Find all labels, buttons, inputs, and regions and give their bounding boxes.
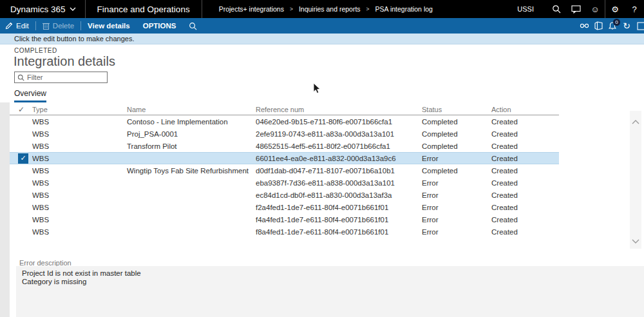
record-status-caption: COMPLETED — [14, 47, 57, 54]
cell-ref: ec84d1cd-db0f-e811-a830-000d3a13af3a — [256, 191, 422, 199]
top-navigation-bar: Dynamics 365 Finance and Operations Proj… — [0, 0, 644, 18]
cell-action: Created — [491, 118, 559, 126]
select-all-header[interactable]: ✓ — [10, 105, 32, 114]
settings-gear-icon[interactable]: ⚙ — [605, 0, 625, 18]
grid-body: WBSContoso - Line Implementation046e20ed… — [10, 115, 559, 238]
message-bar: Click the edit button to make changes. — [0, 34, 644, 44]
cell-ref: f8a4fed1-1de7-e611-80f4-e0071b661f01 — [256, 228, 422, 236]
column-header-status[interactable]: Status — [422, 106, 491, 113]
cell-type: WBS — [32, 179, 127, 187]
scroll-down-icon[interactable] — [632, 239, 639, 244]
table-row[interactable]: WBSec84d1cd-db0f-e811-a830-000d3a13af3aE… — [10, 189, 559, 201]
row-select-checkbox[interactable]: ✓ — [10, 153, 32, 164]
cell-status: Completed — [422, 130, 491, 138]
scroll-up-icon[interactable] — [632, 120, 639, 124]
cell-type: WBS — [32, 130, 127, 138]
breadcrumb-separator-icon: > — [366, 6, 370, 12]
trash-icon — [43, 22, 50, 30]
cell-ref: f2a4fed1-1de7-e611-80f4-e0071b661f01 — [256, 204, 422, 211]
search-icon[interactable] — [547, 0, 566, 18]
action-search-icon[interactable] — [182, 18, 204, 34]
cell-action: Created — [491, 167, 559, 175]
cell-name: Contoso - Line Implementation — [127, 118, 256, 126]
cell-type: WBS — [32, 216, 127, 224]
cell-name: Proj_PSA-0001 — [127, 130, 256, 138]
table-row[interactable]: ✓WBS66011ee4-ea0e-e811-a832-000d3a13a9c6… — [10, 152, 559, 164]
cell-action: Created — [491, 155, 559, 162]
cell-type: WBS — [32, 228, 127, 236]
cell-ref: eba9387f-7d36-e811-a838-000d3a13a101 — [256, 179, 422, 187]
refresh-icon[interactable]: ↻ — [620, 18, 634, 34]
cell-status: Error — [422, 204, 491, 211]
breadcrumb-item-page[interactable]: PSA integration log — [375, 5, 433, 13]
tab-overview[interactable]: Overview — [14, 89, 46, 102]
action-pane: Edit Delete View details OPTIONS 0 — [0, 18, 644, 34]
integration-grid: ✓ Type Name Reference num Status Action … — [10, 104, 559, 238]
product-name: Dynamics 365 — [10, 5, 66, 14]
chevron-down-icon — [70, 7, 76, 11]
cell-status: Error — [422, 179, 491, 187]
cell-status: Completed — [422, 142, 491, 150]
pencil-icon — [5, 22, 13, 30]
breadcrumb: Projects+ integrations > Inquiries and r… — [219, 5, 433, 13]
breadcrumb-item-section[interactable]: Inquiries and reports — [299, 5, 361, 13]
column-header-reference[interactable]: Reference num — [256, 106, 422, 113]
column-header-action[interactable]: Action — [491, 106, 559, 113]
table-row[interactable]: WBSTransform Pilot48652515-4ef5-e611-80f… — [10, 140, 559, 152]
filter-input[interactable] — [27, 73, 104, 81]
table-row[interactable]: WBSeba9387f-7d36-e811-a838-000d3a13a101E… — [10, 177, 559, 189]
cell-action: Created — [491, 216, 559, 224]
cell-action: Created — [491, 179, 559, 187]
page-left-margin — [0, 102, 10, 317]
cell-ref: 66011ee4-ea0e-e811-a832-000d3a13a9c6 — [256, 155, 422, 162]
divider — [202, 0, 202, 18]
vertical-scrollbar[interactable] — [630, 111, 641, 249]
action-pane-right-icons: 0 ↻ — [577, 18, 644, 34]
cell-type: WBS — [32, 167, 127, 175]
feedback-smiley-icon[interactable]: ☺ — [585, 0, 605, 18]
message-center-icon[interactable] — [566, 0, 585, 18]
view-details-button[interactable]: View details — [81, 18, 137, 34]
table-row[interactable]: WBSf2a4fed1-1de7-e611-80f4-e0071b661f01E… — [10, 201, 559, 213]
app-name[interactable]: Finance and Operations — [86, 0, 202, 18]
cell-status: Error — [422, 216, 491, 224]
cell-status: Error — [422, 228, 491, 236]
cell-status: Error — [422, 155, 491, 162]
table-row[interactable]: WBSContoso - Line Implementation046e20ed… — [10, 115, 559, 128]
breadcrumb-item-module[interactable]: Projects+ integrations — [219, 5, 284, 13]
cell-name: Transform Pilot — [127, 142, 256, 150]
office-icon[interactable] — [591, 18, 605, 34]
filter-field[interactable] — [14, 72, 108, 83]
filter-search-icon — [17, 74, 24, 81]
options-menu-button[interactable]: OPTIONS — [137, 18, 183, 34]
error-description-text: Project Id is not exist in master table … — [16, 266, 644, 317]
cell-ref: f4a4fed1-1de7-e611-80f4-e0071b661f01 — [256, 216, 422, 224]
notifications-bell-icon[interactable]: 0 — [605, 18, 620, 34]
cell-type: WBS — [32, 142, 127, 150]
cell-ref: 2efe9119-0743-e811-a83a-000d3a13a101 — [256, 130, 422, 138]
table-row[interactable]: WBSWingtip Toys Fab Site Refurbishmentd0… — [10, 164, 559, 177]
dynamics365-menu[interactable]: Dynamics 365 — [0, 0, 85, 18]
expand-icon[interactable] — [634, 18, 644, 34]
attachments-icon[interactable] — [577, 18, 591, 34]
table-row[interactable]: WBSf8a4fed1-1de7-e611-80f4-e0071b661f01E… — [10, 226, 559, 238]
table-row[interactable]: WBSf4a4fed1-1de7-e611-80f4-e0071b661f01E… — [10, 213, 559, 226]
dynamics365-app-window: Dynamics 365 Finance and Operations Proj… — [0, 0, 644, 317]
company-selector[interactable]: USSI — [517, 5, 534, 13]
cell-status: Completed — [422, 118, 491, 126]
tab-strip: Overview — [14, 87, 46, 102]
page-content: COMPLETED Integration details Overview ✓… — [0, 44, 644, 317]
cell-status: Completed — [422, 167, 491, 175]
grid-header-row: ✓ Type Name Reference num Status Action — [10, 104, 559, 115]
delete-button[interactable]: Delete — [36, 18, 80, 34]
column-header-type[interactable]: Type — [32, 106, 127, 113]
table-row[interactable]: WBSProj_PSA-00012efe9119-0743-e811-a83a-… — [10, 128, 559, 140]
cell-status: Error — [422, 191, 491, 199]
cell-type: WBS — [32, 155, 127, 162]
cell-ref: 046e20ed-9b15-e711-80f6-e0071b66cfa1 — [256, 118, 422, 126]
edit-button[interactable]: Edit — [0, 18, 35, 34]
cell-type: WBS — [32, 191, 127, 199]
column-header-name[interactable]: Name — [127, 106, 256, 113]
page-title: Integration details — [14, 54, 115, 69]
help-icon[interactable]: ? — [625, 0, 644, 18]
